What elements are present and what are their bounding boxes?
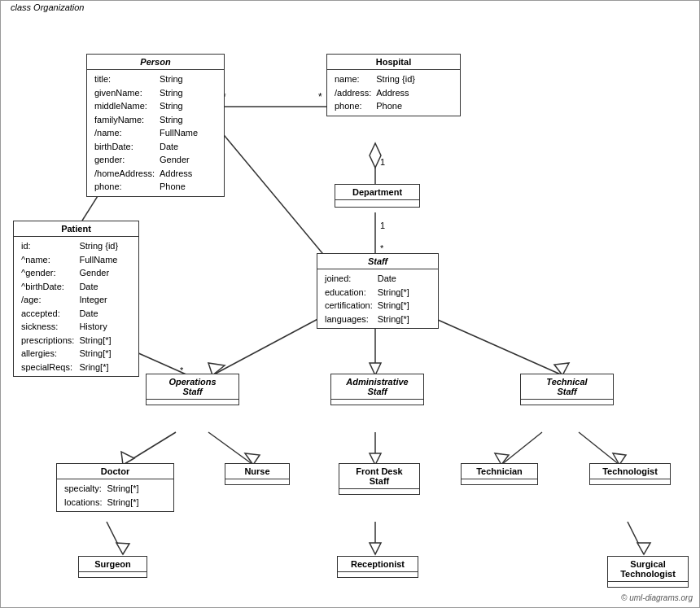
svg-line-23 [123,432,176,465]
nurse-header: Nurse [225,464,289,479]
svg-marker-34 [116,543,129,554]
class-front-desk: Front DeskStaff [339,463,420,495]
technician-body [462,479,537,484]
surgeon-header: Surgeon [79,557,147,572]
class-surgical-technologist: SurgicalTechnologist [607,556,689,588]
class-department: Department [335,184,420,208]
person-header: Person [87,55,224,70]
class-person: Person title:String givenName:String mid… [86,54,225,197]
svg-line-33 [107,522,123,554]
receptionist-header: Receptionist [338,557,418,572]
staff-body: joined:Date education:String[*] certific… [317,269,438,328]
technical-staff-body [521,400,613,405]
class-doctor: Doctor specialty:String[*] locations:Str… [56,463,174,512]
patient-body: id:String {id} ^name:FullName ^gender:Ge… [14,237,138,376]
technologist-header: Technologist [590,464,670,479]
doctor-body: specialty:String[*] locations:String[*] [57,479,173,511]
svg-text:1: 1 [380,221,385,230]
operations-staff-header: OperationsStaff [147,374,238,400]
admin-staff-body [331,400,423,405]
admin-staff-header: AdministrativeStaff [331,374,423,400]
class-receptionist: Receptionist [337,556,418,578]
diagram-container: class Organization * * 1 * 1 * * * [0,0,700,608]
receptionist-body [338,572,418,577]
class-patient: Patient id:String {id} ^name:FullName ^g… [13,221,139,377]
nurse-body [225,479,289,484]
class-hospital: Hospital name:String {id} /address:Addre… [326,54,461,116]
class-technician: Technician [461,463,538,485]
svg-text:*: * [380,243,384,253]
svg-line-29 [501,432,542,465]
svg-marker-36 [370,543,381,554]
doctor-header: Doctor [57,464,173,479]
svg-line-37 [628,522,644,554]
technician-header: Technician [462,464,537,479]
surgical-technologist-header: SurgicalTechnologist [608,557,688,582]
hospital-body: name:String {id} /address:Address phone:… [327,70,460,116]
patient-header: Patient [14,221,138,237]
class-operations-staff: OperationsStaff [146,374,239,405]
department-body [335,200,419,207]
department-header: Department [335,185,419,200]
class-technologist: Technologist [589,463,671,485]
svg-text:1: 1 [380,157,385,167]
class-nurse: Nurse [225,463,290,485]
person-body: title:String givenName:String middleName… [87,70,224,196]
technologist-body [590,479,670,484]
svg-marker-38 [637,543,650,554]
svg-line-31 [579,432,619,465]
surgeon-body [79,572,147,577]
technical-staff-header: TechnicalStaff [521,374,613,400]
svg-marker-4 [370,143,381,168]
surgical-technologist-body [608,582,688,587]
diagram-title: class Organization [7,2,88,12]
front-desk-header: Front DeskStaff [339,464,419,489]
class-technical-staff: TechnicalStaff [520,374,614,405]
class-admin-staff: AdministrativeStaff [330,374,424,405]
staff-header: Staff [317,254,438,269]
copyright: © uml-diagrams.org [621,593,693,602]
svg-line-25 [208,432,253,465]
svg-text:*: * [318,91,322,103]
operations-staff-body [147,400,238,405]
class-staff: Staff joined:Date education:String[*] ce… [317,253,439,329]
front-desk-body [339,489,419,494]
class-surgeon: Surgeon [78,556,147,578]
hospital-header: Hospital [327,55,460,70]
